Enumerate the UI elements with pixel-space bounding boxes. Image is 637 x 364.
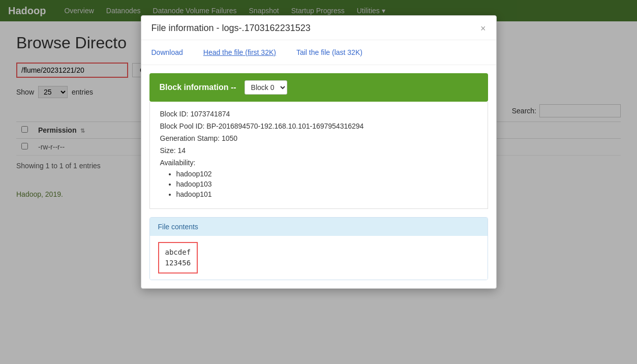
head-file-link[interactable]: Head the file (first 32K) <box>203 48 276 56</box>
modal: File information - logs-.1703162231523 ×… <box>141 15 497 210</box>
modal-overlay: File information - logs-.1703162231523 ×… <box>0 0 637 210</box>
block-select[interactable]: Block 0 <box>245 80 287 95</box>
tail-file-link[interactable]: Tail the file (last 32K) <box>296 48 362 56</box>
block-info-section: Block information -- Block 0 <box>149 73 488 102</box>
modal-close-button[interactable]: × <box>480 24 486 33</box>
modal-actions: Download Head the file (first 32K) Tail … <box>141 40 496 65</box>
availability-item-0: hadoop102 <box>176 170 477 178</box>
block-info-label: Block information -- <box>160 83 236 92</box>
block-pool-id-row: Block Pool ID: BP-2016894570-192.168.10.… <box>160 122 477 130</box>
availability-item-1: hadoop103 <box>176 180 477 188</box>
block-id-row: Block ID: 1073741874 <box>160 110 477 118</box>
modal-title: File information - logs-.1703162231523 <box>151 23 311 34</box>
modal-header: File information - logs-.1703162231523 × <box>141 16 496 40</box>
download-link[interactable]: Download <box>151 48 183 56</box>
availability-list: hadoop102 hadoop103 hadoop101 <box>176 170 477 198</box>
block-details: Block ID: 1073741874 Block Pool ID: BP-2… <box>149 102 488 209</box>
size-row: Size: 14 <box>160 146 477 155</box>
generation-stamp-row: Generation Stamp: 1050 <box>160 134 477 142</box>
availability-label: Availability: <box>160 159 477 167</box>
availability-item-2: hadoop101 <box>176 190 477 198</box>
